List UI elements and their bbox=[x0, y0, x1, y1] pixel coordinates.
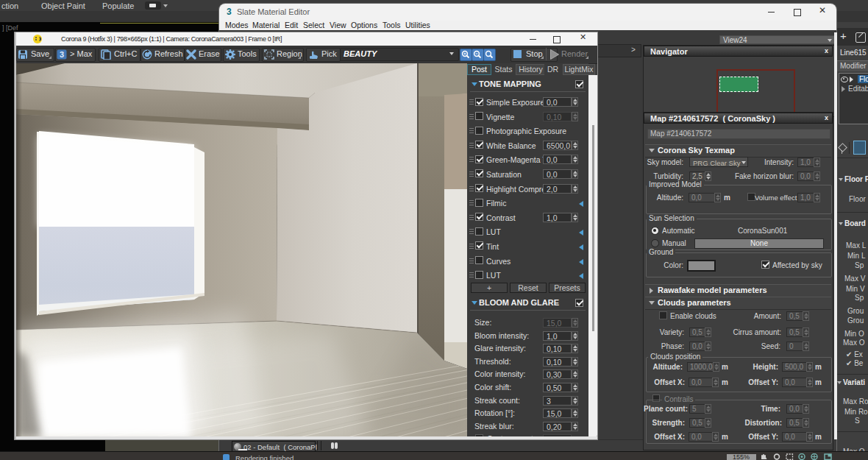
svg-text:3: 3 bbox=[60, 50, 64, 59]
